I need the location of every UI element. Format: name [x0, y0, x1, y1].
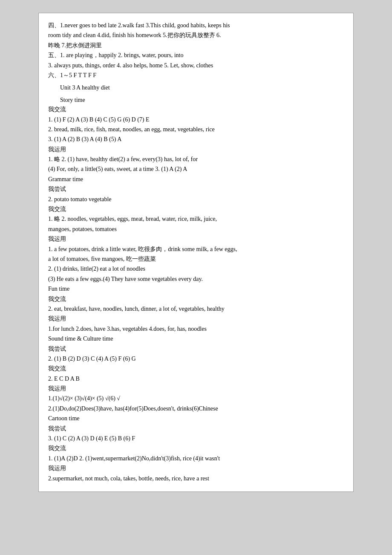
content-line-22: 1. 略 2. noodles, vegetables, eggs, meat,…	[48, 214, 344, 224]
content-line-5: 3. always puts, things, order 4. also he…	[48, 61, 344, 70]
content-line-40: 1.(1)√(2)× (3)√(4)× (5) √(6) √	[48, 394, 344, 403]
content-line-25: 1. a few potatoes, drink a little water,…	[48, 245, 344, 254]
content-line-8: Unit 3 A healthy diet	[48, 83, 344, 92]
content-line-26: a lot of tomatoes, five mangoes, 吃一些蔬菜	[48, 254, 344, 264]
content-line-35: 我尝试	[48, 344, 344, 354]
content-line-1: 四、1.never goes to bed late 2.walk fast 3…	[48, 21, 344, 30]
content-line-31: 2. eat, breakfast, have, noodles, lunch,…	[48, 304, 344, 314]
content-line-29: Fun time	[48, 284, 344, 294]
content-line-45: 我交流	[48, 444, 344, 453]
content-line-3: 昨晚 7.把水倒进洞里	[48, 41, 344, 50]
content-lines: 四、1.never goes to bed late 2.walk fast 3…	[48, 21, 344, 483]
content-line-17: (4) For, only, a little(5) eats, sweet, …	[48, 165, 344, 174]
content-line-46: 1. (1)A (2)D 2. (1)went,supermarket(2)No…	[48, 454, 344, 463]
content-line-6: 六、1～5 F T T F F	[48, 71, 344, 80]
content-line-30: 我交流	[48, 295, 344, 304]
content-line-16: 1. 略 2. (1) have, healthy diet(2) a few,…	[48, 155, 344, 164]
content-line-10: Story time	[48, 95, 344, 105]
page-container: 四、1.never goes to bed late 2.walk fast 3…	[38, 13, 354, 492]
content-line-15: 我运用	[48, 145, 344, 154]
content-line-32: 我运用	[48, 314, 344, 324]
content-line-44: 3. (1) C (2) A (3) D (4) E (5) B (6) F	[48, 434, 344, 443]
content-line-27: 2. (1) drinks, little(2) eat a lot of no…	[48, 264, 344, 274]
content-line-11: 我交流	[48, 105, 344, 114]
content-line-37: 我交流	[48, 364, 344, 373]
content-line-33: 1.for lunch 2.does, have 3.has, vegetabl…	[48, 324, 344, 334]
content-line-4: 五、1. are playing，happily 2. brings, wate…	[48, 51, 344, 60]
content-line-2: room tidy and clean 4.did, finish his ho…	[48, 31, 344, 40]
content-line-12: 1. (1) F (2) A (3) B (4) C (5) G (6) D (…	[48, 115, 344, 124]
content-line-39: 我运用	[48, 384, 344, 393]
content-line-42: Cartoon time	[48, 414, 344, 423]
content-line-24: 我运用	[48, 234, 344, 244]
content-line-14: 3. (1) A (2) B (3) A (4) B (5) A	[48, 135, 344, 144]
content-line-20: 2. potato tomato vegetable	[48, 195, 344, 204]
content-line-28: (3) He eats a few eggs.(4) They have som…	[48, 275, 344, 284]
content-line-36: 2. (1) B (2) D (3) C (4) A (5) F (6) G	[48, 354, 344, 364]
content-line-18: Grammar time	[48, 175, 344, 184]
content-line-47: 我运用	[48, 464, 344, 473]
content-line-48: 2.supermarket, not much, cola, takes, bo…	[48, 474, 344, 483]
content-line-43: 我尝试	[48, 424, 344, 434]
content-line-13: 2. bread, milk, rice, fish, meat, noodle…	[48, 125, 344, 134]
content-line-23: mangoes, potatoes, tomatoes	[48, 225, 344, 234]
content-line-38: 2. E C D A B	[48, 374, 344, 384]
document-body: 四、1.never goes to bed late 2.walk fast 3…	[48, 21, 344, 483]
content-line-19: 我尝试	[48, 185, 344, 194]
content-line-21: 我交流	[48, 205, 344, 214]
content-line-34: Sound time & Culture time	[48, 334, 344, 344]
content-line-41: 2.(1)Do,do(2)Does(3)have, has(4)for(5)Do…	[48, 404, 344, 413]
